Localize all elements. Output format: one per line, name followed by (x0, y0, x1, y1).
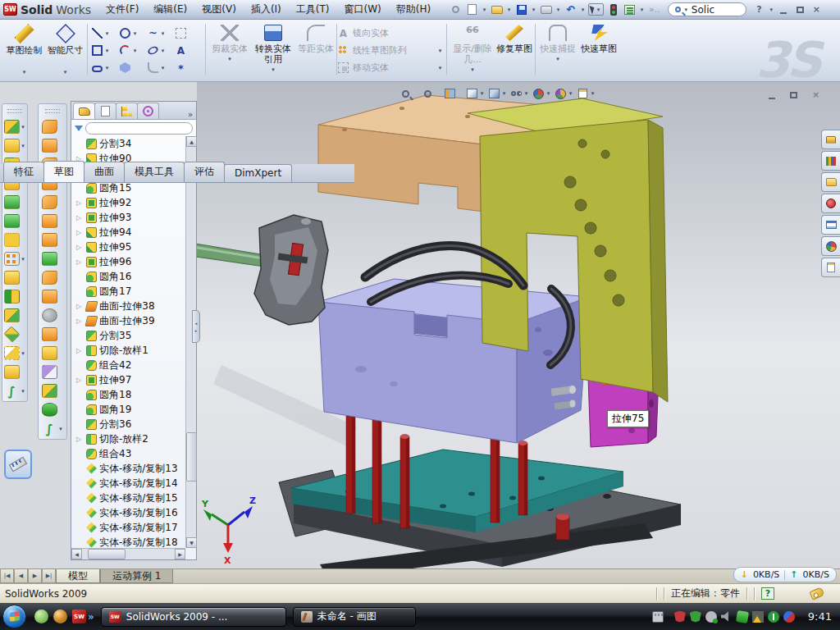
network-warning-icon[interactable] (752, 611, 764, 623)
taskbar-clock[interactable]: 9:41 (808, 610, 832, 623)
heads-up-button[interactable] (532, 87, 551, 100)
sketch-entity-button[interactable] (120, 45, 148, 56)
expand-arrow-icon[interactable] (76, 258, 84, 266)
sketch-entity-button[interactable] (148, 62, 176, 73)
expand-arrow-icon[interactable] (76, 436, 84, 443)
heads-up-dropdown[interactable] (501, 90, 507, 97)
smart-dimension-button[interactable]: 智能尺寸 (46, 22, 84, 78)
toolbar-button[interactable] (42, 214, 64, 228)
select-dropdown[interactable] (596, 7, 601, 13)
panel-splitter-handle[interactable]: ◂▸ (192, 310, 200, 343)
restore-button[interactable] (793, 3, 807, 16)
start-button[interactable] (2, 605, 26, 628)
entity-dropdown[interactable] (160, 30, 166, 37)
sync-center-icon[interactable] (736, 609, 749, 623)
heads-up-button[interactable] (487, 87, 507, 100)
search-input[interactable]: Solic (692, 4, 714, 16)
feature-tree-item[interactable]: 组合43 (71, 446, 185, 461)
rebuild-icon[interactable] (606, 3, 620, 16)
toolbar-dropdown[interactable] (21, 350, 26, 357)
heads-up-dropdown[interactable] (523, 90, 529, 97)
feature-tree-item[interactable]: 拉伸97 (71, 372, 185, 387)
convert-dropdown[interactable] (271, 65, 276, 75)
windows-update-icon[interactable] (705, 611, 717, 623)
toolbar-button[interactable] (4, 233, 26, 247)
search-box[interactable]: Solic (668, 2, 746, 16)
feature-tree-item[interactable]: 分割36 (71, 417, 185, 431)
feature-manager-tab[interactable] (73, 103, 95, 119)
toolbar-button[interactable] (4, 139, 26, 153)
feature-tree-item[interactable]: 圆角17 (71, 284, 185, 299)
task-pane-tab[interactable] (821, 130, 840, 149)
feature-tree-item[interactable]: 切除-放样2 (71, 431, 185, 446)
task-pane-tab[interactable] (821, 194, 840, 213)
move-entities-dropdown[interactable] (437, 65, 443, 71)
feature-tree-item[interactable]: 拉伸92 (71, 195, 185, 210)
toolbar-button[interactable] (42, 271, 64, 285)
task-pane-tab[interactable] (821, 236, 840, 256)
panel-tabs-overflow[interactable]: » (188, 110, 193, 119)
repair-sketch-button[interactable]: 修复草图 (495, 22, 533, 78)
feature-tree-item[interactable]: 拉伸94 (71, 225, 185, 240)
heads-up-button[interactable] (576, 87, 596, 100)
sketch-button[interactable]: 草图绘制 (5, 22, 43, 78)
expand-arrow-icon[interactable] (76, 229, 84, 236)
feature-tree-item[interactable]: 组合42 (71, 358, 185, 372)
linear-sketch-pattern-button[interactable]: 线性草图阵列 (338, 42, 443, 59)
heads-up-button[interactable] (465, 87, 485, 100)
menu-item[interactable]: 插入(I) (244, 0, 288, 19)
toolbar-button[interactable] (42, 365, 64, 379)
quick-launch-overflow[interactable]: » (88, 611, 94, 623)
command-tab[interactable]: 模具工具 (124, 162, 185, 182)
command-tab[interactable]: 特征 (3, 162, 44, 182)
menu-item[interactable]: 窗口(W) (337, 0, 387, 19)
task-pane-tab[interactable] (821, 215, 840, 235)
feature-tree-item[interactable]: 拉伸93 (71, 210, 185, 225)
feature-tree-item[interactable]: 实体-移动/复制13 (71, 461, 185, 476)
toolbar-button[interactable] (42, 422, 64, 436)
rapid-sketch-button[interactable]: 快速草图 (579, 22, 619, 78)
save-button[interactable] (514, 3, 528, 16)
command-tab[interactable]: 评估 (184, 162, 225, 182)
heads-up-button[interactable] (443, 87, 463, 100)
sketch-entity-button[interactable] (92, 64, 120, 72)
dimxpert-manager-tab[interactable] (137, 103, 159, 119)
heads-up-button[interactable] (399, 87, 418, 100)
entity-dropdown[interactable] (104, 30, 110, 37)
toolbar-button[interactable] (42, 195, 64, 209)
undo-dropdown[interactable] (580, 7, 586, 13)
menu-item[interactable]: 文件(F) (99, 0, 145, 19)
toolbar-button[interactable] (4, 308, 26, 322)
messenger-icon[interactable] (34, 609, 48, 623)
toolbar-dropdown[interactable] (21, 256, 26, 262)
heads-up-dropdown[interactable] (568, 90, 573, 97)
open-button[interactable] (490, 3, 504, 16)
trim-entities-button[interactable]: 剪裁实体 (210, 22, 249, 78)
toolbar-button[interactable] (42, 290, 64, 304)
task-pane-tab[interactable] (821, 151, 840, 171)
toolbar-button[interactable] (4, 365, 26, 379)
expand-arrow-icon[interactable] (76, 347, 84, 354)
toolbar-overflow[interactable]: ».. (647, 4, 662, 15)
convert-entities-button[interactable]: 转换实体引用 (251, 22, 295, 78)
toolbar-dropdown[interactable] (21, 143, 26, 149)
options-dropdown[interactable] (639, 7, 645, 13)
menu-item[interactable]: 编辑(E) (147, 0, 194, 19)
toolbar-dropdown[interactable] (21, 388, 26, 395)
toolbar-button[interactable] (42, 346, 64, 360)
feature-tree-item[interactable]: 圆角19 (71, 402, 185, 417)
toolbar-button[interactable] (4, 195, 26, 209)
help-button[interactable]: ? (752, 3, 766, 16)
heads-up-button[interactable] (554, 87, 573, 100)
select-button[interactable] (588, 3, 604, 16)
feature-tree-item[interactable]: 圆角16 (71, 269, 185, 284)
feature-tree-item[interactable]: 曲面-拉伸39 (71, 313, 185, 328)
exploded-mold-assembly[interactable]: Y Z X (197, 82, 840, 568)
toolbar-dropdown[interactable] (21, 124, 26, 130)
toolbar-button[interactable] (4, 346, 26, 360)
feature-tree-item[interactable]: 圆角18 (71, 387, 185, 402)
mirror-entities-button[interactable]: 镜向实体 (338, 25, 443, 42)
toolbar-button[interactable] (4, 252, 26, 266)
offset-entities-button[interactable]: 等距实体 (297, 22, 335, 78)
toolbar-button[interactable] (42, 233, 64, 247)
